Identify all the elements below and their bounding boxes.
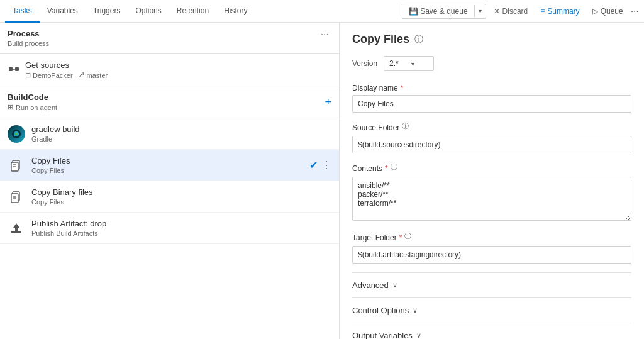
task-detail-title: Copy Files bbox=[352, 33, 409, 46]
main-content: Process Build process ··· Get sources ⊡ bbox=[0, 23, 644, 339]
save-queue-arrow[interactable]: ▾ bbox=[474, 5, 486, 17]
repo-meta: ⊡ DemoPacker bbox=[25, 71, 73, 79]
add-task-button[interactable]: + bbox=[325, 96, 331, 109]
get-sources-title: Get sources bbox=[25, 60, 108, 70]
more-actions-button[interactable]: ··· bbox=[631, 6, 639, 17]
tab-history[interactable]: History bbox=[216, 0, 255, 23]
gradlew-info: gradlew build Gradle bbox=[31, 125, 331, 143]
build-section: BuildCode ⊞ Run on agent + bbox=[0, 86, 339, 339]
left-panel: Process Build process ··· Get sources ⊡ bbox=[0, 23, 340, 339]
copy-binary-name: Copy Binary files bbox=[31, 187, 331, 197]
tab-options[interactable]: Options bbox=[128, 0, 169, 23]
gradlew-type: Gradle bbox=[31, 135, 331, 143]
copy-files-info: Copy Files Copy Files bbox=[31, 156, 303, 174]
tab-triggers[interactable]: Triggers bbox=[86, 0, 128, 23]
target-folder-required: * bbox=[399, 233, 402, 242]
control-options-label: Control Options bbox=[352, 306, 409, 315]
check-icon: ✔ bbox=[309, 159, 318, 171]
publish-type: Publish Build Artifacts bbox=[31, 230, 331, 237]
display-name-input[interactable] bbox=[352, 95, 631, 113]
process-title: Process bbox=[8, 29, 49, 38]
gradlew-name: gradlew build bbox=[31, 125, 331, 134]
task-item-copy-files[interactable]: Copy Files Copy Files ✔ ⋮ bbox=[0, 150, 339, 181]
svg-rect-0 bbox=[9, 67, 13, 71]
publish-name: Publish Artifact: drop bbox=[31, 219, 331, 228]
tab-tasks[interactable]: Tasks bbox=[5, 0, 40, 23]
contents-required: * bbox=[385, 164, 388, 173]
display-name-field: Display name * bbox=[352, 84, 631, 113]
output-variables-section[interactable]: Output Variables ∨ bbox=[352, 323, 631, 339]
advanced-section[interactable]: Advanced ∨ bbox=[352, 272, 631, 297]
process-header: Process Build process ··· bbox=[0, 23, 339, 54]
repo-icon: ⊡ bbox=[25, 71, 31, 79]
svg-rect-1 bbox=[15, 67, 19, 71]
source-folder-field: Source Folder ⓘ bbox=[352, 121, 631, 153]
task-item-copy-binary[interactable]: Copy Binary files Copy Files bbox=[0, 181, 339, 213]
publish-icon bbox=[8, 220, 25, 237]
agent-icon: ⊞ bbox=[8, 103, 13, 111]
get-sources-item[interactable]: Get sources ⊡ DemoPacker ⎇ master bbox=[0, 54, 339, 86]
copy-files-name: Copy Files bbox=[31, 156, 303, 165]
copy-files-icon bbox=[8, 157, 25, 174]
copy-binary-type: Copy Files bbox=[31, 198, 331, 206]
task-detail-info-icon[interactable]: ⓘ bbox=[414, 34, 423, 45]
queue-button[interactable]: ▷ Queue bbox=[587, 4, 628, 18]
copy-files-more-button[interactable]: ⋮ bbox=[321, 159, 331, 171]
nav-tabs: Tasks Variables Triggers Options Retenti… bbox=[5, 0, 255, 23]
copy-binary-info: Copy Binary files Copy Files bbox=[31, 187, 331, 206]
build-header: BuildCode ⊞ Run on agent + bbox=[0, 86, 339, 118]
target-folder-field: Target Folder * ⓘ bbox=[352, 231, 631, 264]
pipeline-icon bbox=[8, 63, 20, 77]
svg-marker-15 bbox=[13, 223, 19, 231]
right-panel: Copy Files ⓘ Version 2.* ▾ Display name … bbox=[340, 23, 644, 339]
target-folder-input[interactable] bbox=[352, 246, 631, 264]
target-folder-label: Target Folder * ⓘ bbox=[352, 231, 631, 243]
save-queue-btn[interactable]: 💾 Save & queue ▾ bbox=[402, 4, 486, 19]
summary-button[interactable]: ≡ Summary bbox=[535, 4, 584, 18]
discard-button[interactable]: ✕ Discard bbox=[489, 4, 533, 18]
process-more-button[interactable]: ··· bbox=[318, 29, 331, 40]
build-header-left: BuildCode ⊞ Run on agent bbox=[8, 92, 57, 111]
target-folder-info-icon[interactable]: ⓘ bbox=[404, 231, 411, 241]
task-item-gradlew[interactable]: gradlew build Gradle bbox=[0, 118, 339, 150]
tab-retention[interactable]: Retention bbox=[169, 0, 216, 23]
copy-binary-icon bbox=[8, 188, 25, 206]
top-bar-actions: 💾 Save & queue ▾ ✕ Discard ≡ Summary ▷ Q… bbox=[402, 4, 639, 19]
output-variables-label: Output Variables bbox=[352, 331, 413, 339]
version-row: Version 2.* ▾ bbox=[352, 56, 631, 71]
branch-icon: ⎇ bbox=[77, 71, 85, 79]
process-info: Process Build process bbox=[8, 29, 49, 47]
save-queue-label[interactable]: 💾 Save & queue bbox=[402, 4, 474, 18]
version-chevron-icon: ▾ bbox=[411, 60, 414, 67]
get-sources-meta: ⊡ DemoPacker ⎇ master bbox=[25, 71, 108, 79]
output-variables-chevron-icon: ∨ bbox=[416, 331, 421, 339]
build-code-subtitle: ⊞ Run on agent bbox=[8, 103, 57, 111]
version-label: Version bbox=[352, 59, 377, 68]
top-bar: Tasks Variables Triggers Options Retenti… bbox=[0, 0, 644, 23]
contents-field: Contents * ⓘ ansible/** packer/** terraf… bbox=[352, 162, 631, 223]
display-name-label: Display name * bbox=[352, 84, 631, 92]
version-value: 2.* bbox=[389, 59, 399, 68]
display-name-required: * bbox=[401, 84, 404, 92]
contents-info-icon[interactable]: ⓘ bbox=[391, 162, 397, 172]
get-sources-info: Get sources ⊡ DemoPacker ⎇ master bbox=[25, 60, 108, 79]
build-code-title: BuildCode bbox=[8, 92, 57, 102]
copy-files-actions: ✔ ⋮ bbox=[309, 159, 331, 171]
source-folder-info-icon[interactable]: ⓘ bbox=[402, 121, 409, 131]
contents-textarea[interactable]: ansible/** packer/** terraform/** bbox=[352, 177, 631, 221]
gradle-icon bbox=[8, 125, 25, 143]
advanced-label: Advanced bbox=[352, 281, 389, 290]
control-options-chevron-icon: ∨ bbox=[413, 306, 418, 314]
task-item-publish[interactable]: Publish Artifact: drop Publish Build Art… bbox=[0, 213, 339, 244]
publish-info: Publish Artifact: drop Publish Build Art… bbox=[31, 219, 331, 237]
advanced-chevron-icon: ∨ bbox=[392, 281, 397, 289]
svg-rect-14 bbox=[11, 231, 21, 233]
process-subtitle: Build process bbox=[8, 40, 49, 47]
version-select[interactable]: 2.* ▾ bbox=[384, 56, 434, 71]
source-folder-label: Source Folder ⓘ bbox=[352, 121, 631, 133]
tab-variables[interactable]: Variables bbox=[40, 0, 86, 23]
source-folder-input[interactable] bbox=[352, 136, 631, 153]
task-detail-header: Copy Files ⓘ bbox=[352, 33, 631, 46]
contents-label: Contents * ⓘ bbox=[352, 162, 631, 174]
control-options-section[interactable]: Control Options ∨ bbox=[352, 297, 631, 323]
